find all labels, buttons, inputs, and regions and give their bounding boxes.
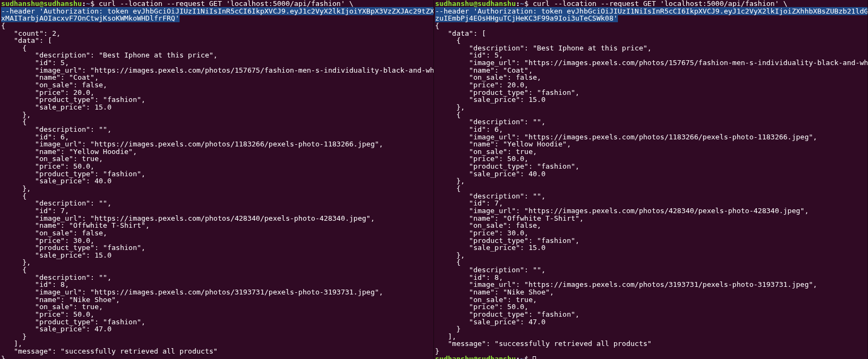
terminal-output-left[interactable]: sudhanshu@sudhanshu:~$ curl --location -… [0, 0, 433, 359]
terminal-output-right[interactable]: sudhanshu@sudhanshu:~$ curl --location -… [434, 0, 867, 359]
terminal-pane-right[interactable]: sudhanshu@sudhanshu:~$ curl --location -… [434, 0, 868, 359]
terminal-pane-left[interactable]: sudhanshu@sudhanshu:~$ curl --location -… [0, 0, 434, 359]
